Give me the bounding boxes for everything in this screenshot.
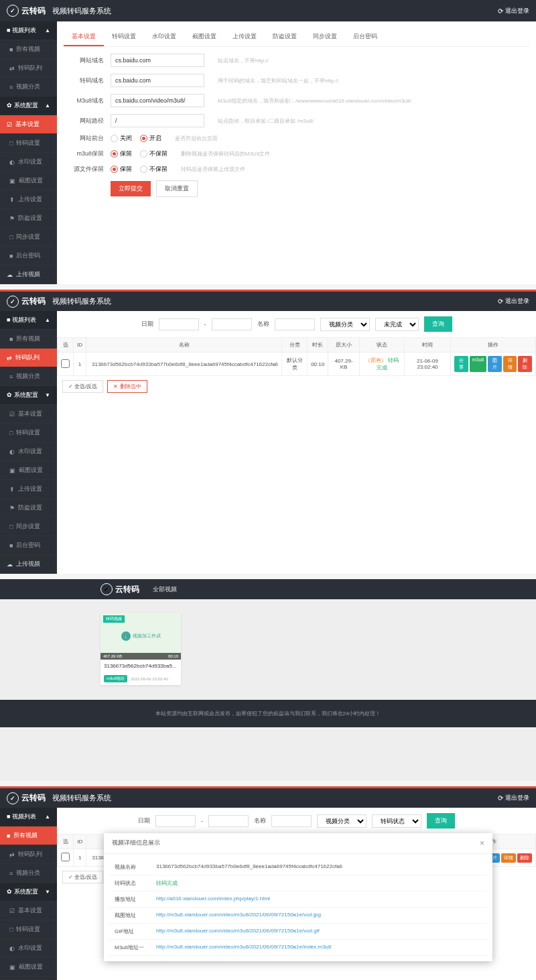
sidebar-item-category[interactable]: ≡ 视频分类 [0, 367, 57, 386]
sidebar-item-watermark[interactable]: ◐ 水印设置 [0, 442, 57, 461]
sidebar-item-password[interactable]: ■ 后台密码 [0, 536, 57, 555]
tab-upload[interactable]: 上传设置 [224, 28, 265, 46]
page-title: 视频转码服务系统 [52, 296, 111, 306]
input-m3u8-domain[interactable] [111, 94, 204, 107]
tab-transcode[interactable]: 转码设置 [104, 28, 144, 46]
input-transcode-domain[interactable] [111, 74, 204, 87]
sidebar-group-config[interactable]: ✿ 系统配置▼ [0, 883, 57, 902]
sidebar-item-password[interactable]: ■ 后台密码 [0, 247, 57, 265]
modal-value-gif[interactable]: http://m3u8.xiandouer.com/video/m3u8/202… [156, 928, 320, 935]
sidebar-item-transcode[interactable]: □ 转码设置 [0, 920, 57, 939]
input-site-domain[interactable] [111, 54, 204, 67]
sidebar-group-video[interactable]: ■ 视频列表▲ [0, 21, 57, 40]
filter-label-name: 名称 [254, 816, 266, 825]
sidebar-item-category[interactable]: ≡ 视频分类 [0, 864, 57, 883]
filter-name-input[interactable] [271, 815, 312, 827]
radio-source-keep[interactable]: 保留 [111, 165, 132, 174]
filter-category-select[interactable]: 视频分类 [320, 318, 370, 331]
sidebar-item-sync[interactable]: □ 同步设置 [0, 228, 57, 247]
filter-bar: 日期- 名称 视频分类 转码状态 查询 [57, 808, 536, 834]
radio-frontend-on[interactable]: 开启 [140, 134, 161, 143]
sidebar-item-basic[interactable]: ☑ 基本设置 [0, 115, 57, 134]
sidebar-group-video[interactable]: ■ 视频列表▲ [0, 311, 57, 330]
tab-basic[interactable]: 基本设置 [64, 28, 104, 46]
sidebar-item-upload[interactable]: ⬆ 上传设置 [0, 480, 57, 499]
modal-label-play: 播放地址 [109, 896, 156, 903]
query-button[interactable]: 查询 [427, 813, 455, 829]
sidebar-item-sync[interactable]: □ 同步设置 [0, 517, 57, 536]
action-detail[interactable]: 详情 [503, 356, 517, 372]
sidebar-item-upload-video[interactable]: ☁ 上传视频 [0, 265, 57, 284]
sidebar-item-all-videos[interactable]: ■ 所有视频 [0, 40, 57, 59]
action-share[interactable]: 分享 [454, 356, 468, 372]
sidebar-group-config[interactable]: ✿ 系统配置▼ [0, 386, 57, 405]
select-all-button[interactable]: ✓ 全选/反选 [62, 871, 103, 883]
tab-password[interactable]: 后台密码 [345, 28, 385, 46]
sidebar-item-queue[interactable]: ⇄ 转码队列 [0, 349, 57, 367]
radio-source-notkeep[interactable]: 不保留 [140, 165, 168, 174]
radio-m3u8-keep[interactable]: 保留 [111, 149, 132, 158]
sidebar-item-upload[interactable]: ⬆ 上传设置 [0, 190, 57, 209]
logout-button[interactable]: 退出登录 [498, 7, 529, 15]
tab-sync[interactable]: 同步设置 [305, 28, 345, 46]
sidebar-item-transcode[interactable]: □ 转码设置 [0, 134, 57, 153]
sidebar-item-all-videos[interactable]: ■ 所有视频 [0, 826, 57, 845]
sidebar-item-upload-video[interactable]: ☁ 上传视频 [0, 555, 57, 574]
row-checkbox[interactable] [61, 359, 70, 368]
sidebar-item-transcode[interactable]: □ 转码设置 [0, 424, 57, 442]
filter-name-input[interactable] [275, 318, 315, 330]
sidebar-group-video[interactable]: ■ 视频列表▲ [0, 808, 57, 826]
sidebar-item-watermark[interactable]: ◐ 水印设置 [0, 939, 57, 958]
tab-screenshot[interactable]: 截图设置 [184, 28, 224, 46]
sidebar-item-queue[interactable]: ⇄ 转码队列 [0, 845, 57, 864]
sidebar-item-watermark[interactable]: ◐ 水印设置 [0, 153, 57, 172]
tab-watermark[interactable]: 水印设置 [144, 28, 184, 46]
sidebar-item-screenshot[interactable]: ▣ 截图设置 [0, 172, 57, 190]
video-card[interactable]: 转码视频 ↓视频加工作成 407.29 KB00:10 3136673d562b… [100, 613, 181, 685]
action-image[interactable]: 图片 [488, 356, 502, 372]
action-delete[interactable]: 删除 [517, 853, 532, 863]
sidebar-item-antitheft[interactable]: ⚑ 防盗设置 [0, 209, 57, 228]
action-detail[interactable]: 详情 [501, 853, 516, 863]
filter-date-from[interactable] [155, 815, 196, 827]
radio-m3u8-notkeep[interactable]: 不保留 [140, 149, 168, 158]
input-site-path[interactable] [111, 114, 204, 127]
filter-bar: 日期- 名称 视频分类 未完成 查询 [57, 311, 536, 337]
filter-status-select[interactable]: 转码状态 [372, 814, 421, 828]
logout-button[interactable]: 退出登录 [498, 297, 529, 306]
action-m3u8[interactable]: m3u8 [470, 356, 487, 372]
modal-value-m3u8[interactable]: http://m3u8.xiandouer.com/video/m3u8/202… [156, 944, 332, 951]
logout-button[interactable]: 退出登录 [498, 794, 529, 802]
tab-antitheft[interactable]: 防盗设置 [265, 28, 305, 46]
sidebar-item-screenshot[interactable]: ▣ 截图设置 [0, 461, 57, 480]
sidebar-item-antitheft[interactable]: ⚑ 防盗设置 [0, 499, 57, 517]
filter-category-select[interactable]: 视频分类 [317, 814, 366, 828]
modal-value-shot[interactable]: http://m3u8.xiandouer.com/video/m3u8/202… [156, 912, 321, 919]
filter-status-select[interactable]: 未完成 [375, 318, 419, 331]
label-m3u8-domain: M3u8域名 [64, 97, 111, 105]
action-delete[interactable]: 删除 [518, 356, 532, 372]
close-icon[interactable]: × [480, 839, 484, 848]
sidebar-item-queue[interactable]: ⇄ 转码队列 [0, 59, 57, 78]
filter-date-from[interactable] [159, 318, 199, 330]
sidebar-item-basic[interactable]: ☑ 基本设置 [0, 405, 57, 424]
reset-button[interactable]: 取消重置 [156, 180, 198, 197]
filter-date-to[interactable] [208, 815, 249, 827]
sidebar-item-upload[interactable]: ⬆ 上传设置 [0, 977, 57, 980]
sidebar-item-all-videos[interactable]: ■ 所有视频 [0, 330, 57, 349]
sidebar-group-config[interactable]: ✿ 系统配置▲ [0, 97, 57, 115]
row-checkbox[interactable] [61, 853, 70, 861]
sidebar-item-category[interactable]: ≡ 视频分类 [0, 78, 57, 97]
modal-value-play[interactable]: http://a016.xiandouer.com/index.php/play… [156, 896, 270, 903]
nav-all-videos[interactable]: 全部视频 [153, 585, 177, 594]
m3u8-badge[interactable]: m3u8地址 [104, 675, 127, 682]
query-button[interactable]: 查询 [424, 316, 452, 332]
delete-selected-button[interactable]: ✕ 删除选中 [107, 380, 147, 393]
select-all-button[interactable]: ✓ 全选/反选 [62, 380, 103, 393]
sidebar-item-screenshot[interactable]: ▣ 截图设置 [0, 958, 57, 977]
sidebar: ■ 视频列表▲ ■ 所有视频 ⇄ 转码队列 ≡ 视频分类 ✿ 系统配置▲ ☑ 基… [0, 21, 57, 284]
submit-button[interactable]: 立即提交 [111, 181, 151, 196]
radio-frontend-off[interactable]: 关闭 [111, 134, 132, 143]
filter-date-to[interactable] [212, 318, 252, 330]
sidebar-item-basic[interactable]: ☑ 基本设置 [0, 902, 57, 920]
